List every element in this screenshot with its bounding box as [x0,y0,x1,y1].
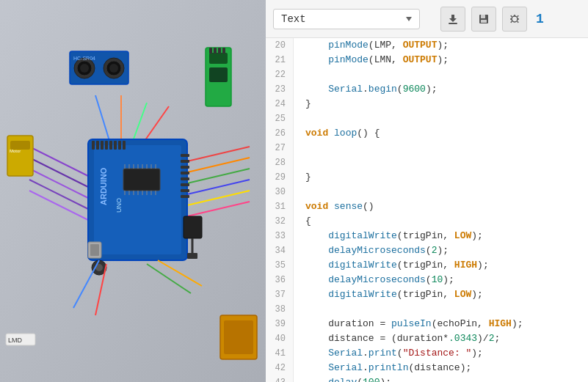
line-number: 35 [266,258,294,273]
line-content: duration = pulseIn(echoPin, HIGH); [294,317,523,331]
svg-rect-41 [105,141,108,150]
svg-rect-40 [101,141,104,150]
svg-rect-39 [96,141,99,150]
line-content: } [294,97,311,111]
line-number: 20 [266,38,294,53]
svg-point-61 [80,64,89,73]
code-line-34: 34 delayMicroseconds(2); [266,243,588,258]
code-line-41: 41 Serial.print("Distance: "); [266,346,588,361]
svg-rect-42 [109,141,112,150]
code-line-28: 28 [266,155,588,170]
svg-text:ARDUINO: ARDUINO [99,167,108,205]
svg-rect-51 [181,183,189,186]
circuit-panel: ARDUINO UNO [0,0,266,382]
svg-rect-38 [92,141,95,150]
code-line-37: 37 digitalWrite(trigPin, LOW); [266,287,588,302]
svg-rect-69 [209,48,212,54]
code-line-26: 26 void loop() { [266,126,588,141]
line-content [294,67,311,82]
code-line-33: 33 digitalWrite(trigPin, LOW); [266,229,588,243]
svg-rect-44 [118,141,121,150]
svg-point-91 [512,16,518,22]
download-button[interactable] [440,7,465,32]
code-editor[interactable]: 20 pinMode(LMP, OUTPUT); 21 pinMode(LMN,… [266,38,588,382]
line-number: 24 [266,97,294,111]
code-panel: Text [266,0,588,382]
line-content: delay(100); [294,375,391,382]
svg-rect-46 [181,154,189,157]
code-line-25: 25 [266,111,588,126]
line-content: void loop() { [294,126,380,141]
line-content [294,302,311,317]
line-content: Serial.begin(9600); [294,82,438,97]
svg-rect-43 [114,141,117,150]
svg-text:HC-SR04: HC-SR04 [73,56,95,61]
debug-button[interactable] [502,7,527,32]
line-number: 42 [266,361,294,375]
code-line-20: 20 pinMode(LMP, OUTPUT); [266,38,588,53]
line-content: void sense() [294,199,374,214]
code-line-32: 32 { [266,214,588,229]
code-line-36: 36 delayMicroseconds(10); [266,273,588,287]
line-content [294,155,311,170]
svg-line-98 [518,21,518,23]
svg-rect-68 [209,67,228,82]
line-content: Serial.print("Distance: "); [294,346,483,361]
line-number: 30 [266,185,294,199]
toolbar-extra: 1 [536,12,544,26]
line-content: delayMicroseconds(10); [294,273,454,287]
line-number: 41 [266,346,294,361]
svg-text:Motor: Motor [10,149,21,153]
svg-rect-50 [181,177,189,180]
svg-text:LMD: LMD [8,337,23,344]
line-number: 39 [266,317,294,331]
line-content: digitalWrite(trigPin, LOW); [294,229,483,243]
svg-rect-53 [181,195,189,198]
svg-line-97 [511,21,512,23]
line-number: 21 [266,53,294,67]
code-type-select[interactable]: Text [273,9,435,29]
line-content [294,185,311,199]
line-content: { [294,214,311,229]
line-content: pinMode(LMP, OUTPUT); [294,38,449,53]
line-number: 38 [266,302,294,317]
code-line-21: 21 pinMode(LMN, OUTPUT); [266,53,588,67]
save-button[interactable] [471,7,496,32]
line-number: 27 [266,141,294,155]
line-content: Serial.println(distance); [294,361,471,375]
svg-rect-76 [184,216,202,238]
svg-rect-89 [481,15,485,18]
svg-rect-21 [123,169,160,191]
svg-rect-87 [449,23,457,24]
svg-rect-70 [214,48,217,54]
svg-rect-48 [181,166,189,169]
select-box[interactable]: Text [273,9,420,29]
line-content: distance = (duration*.0343)/2; [294,331,500,346]
code-line-42: 42 Serial.println(distance); [266,361,588,375]
code-line-43: 43 delay(100); [266,375,588,382]
svg-text:UNO: UNO [115,198,123,213]
line-content: digitalWrite(trigPin, HIGH); [294,258,489,273]
line-content [294,141,311,155]
download-icon [447,13,459,25]
code-toolbar: Text [266,0,588,38]
line-content: pinMode(LMN, OUTPUT); [294,53,449,67]
svg-rect-90 [481,20,487,23]
svg-rect-52 [181,189,189,192]
svg-rect-82 [224,320,253,354]
circuit-diagram: ARDUINO UNO [0,0,266,382]
line-content: digitalWrite(trigPin, LOW); [294,287,483,302]
code-line-40: 40 distance = (duration*.0343)/2; [266,331,588,346]
code-line-35: 35 digitalWrite(trigPin, HIGH); [266,258,588,273]
svg-line-96 [518,15,518,17]
svg-rect-71 [218,48,221,54]
svg-rect-78 [187,253,197,259]
code-line-31: 31 void sense() [266,199,588,214]
line-content: delayMicroseconds(2); [294,243,449,258]
save-icon [478,13,490,25]
svg-rect-45 [123,141,126,150]
line-number: 43 [266,375,294,382]
code-line-22: 22 [266,67,588,82]
line-number: 36 [266,273,294,287]
line-number: 31 [266,199,294,214]
